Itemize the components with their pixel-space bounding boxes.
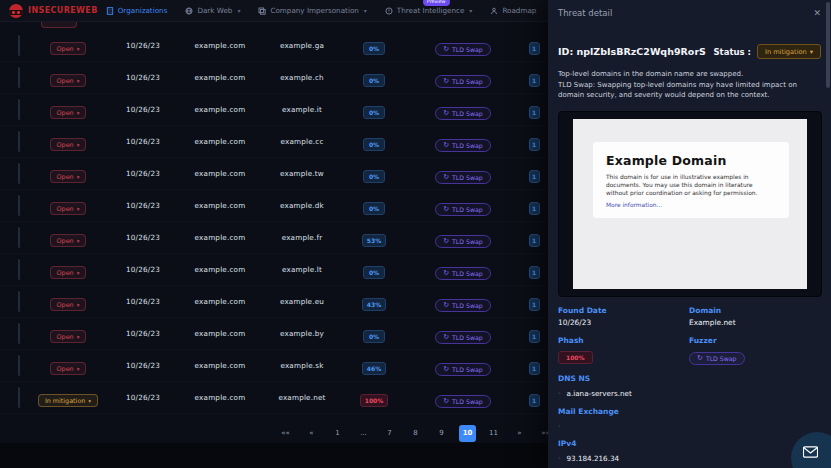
row-checkbox[interactable] [18, 227, 20, 248]
row-source-domain: example.com [178, 297, 262, 306]
page-item[interactable]: 7 [381, 425, 398, 442]
row-fuzzer-badge[interactable]: ↻ TLD Swap [435, 395, 491, 408]
row-status-button[interactable]: Open ▾ [50, 74, 87, 87]
row-source-domain: example.com [178, 137, 262, 146]
row-count-badge[interactable]: 1 [529, 42, 540, 55]
row-threat-domain: example.cc [262, 137, 342, 146]
row-checkbox[interactable] [18, 387, 20, 408]
row-source-domain: example.com [178, 393, 262, 402]
page-item[interactable]: 1 [329, 425, 346, 442]
status-dropdown[interactable]: In mitigation ▾ [757, 44, 821, 59]
row-status-button[interactable]: Open ▾ [50, 42, 87, 55]
row-checkbox[interactable] [18, 195, 20, 216]
swap-icon: ↻ [443, 174, 449, 181]
row-checkbox[interactable] [18, 355, 20, 376]
row-fuzzer-label: TLD Swap [452, 398, 483, 405]
row-count-badge[interactable]: 1 [529, 394, 540, 407]
row-checkbox[interactable] [18, 99, 20, 120]
row-status-button[interactable]: Open ▾ [50, 138, 87, 151]
page-item[interactable]: 8 [407, 425, 424, 442]
page-current[interactable]: 10 [459, 425, 476, 442]
nav-item-company-impersonation[interactable]: Company Impersonation▾ [258, 6, 366, 15]
threat-detail-panel: Threat detail ✕ ID: nplZbIsBRzC2Wqh9RorS… [548, 0, 831, 468]
ipv4-value: 93.184.216.34 [567, 454, 620, 463]
row-fuzzer-badge[interactable]: ↻ TLD Swap [435, 43, 491, 56]
row-fuzzer-badge[interactable]: ↻ TLD Swap [435, 139, 491, 152]
page-item[interactable]: 11 [485, 425, 502, 442]
row-fuzzer-badge[interactable]: ↻ TLD Swap [435, 267, 491, 280]
row-count-badge[interactable]: 1 [529, 202, 540, 215]
row-fuzzer-badge[interactable]: ↻ TLD Swap [435, 107, 491, 120]
row-fuzzer-label: TLD Swap [452, 78, 483, 85]
row-fuzzer-badge[interactable]: ↻ TLD Swap [435, 331, 491, 344]
row-count-badge[interactable]: 1 [529, 170, 540, 183]
row-found-date: 10/26/23 [108, 169, 178, 178]
nav-item-roadmap[interactable]: Roadmap [490, 6, 536, 15]
row-count-badge[interactable]: 1 [529, 74, 540, 87]
row-fuzzer-badge[interactable]: ↻ TLD Swap [435, 171, 491, 184]
row-found-date: 10/26/23 [108, 233, 178, 242]
close-icon[interactable]: ✕ [813, 9, 821, 18]
row-count-badge[interactable]: 1 [529, 106, 540, 119]
row-status-button[interactable]: Open ▾ [50, 170, 87, 183]
nav-item-organizations[interactable]: Organizations [106, 6, 168, 15]
page-item[interactable]: «« [277, 425, 294, 442]
row-similarity-badge: 53% [362, 234, 386, 247]
row-similarity-badge: 0% [363, 170, 385, 183]
page-item[interactable]: » [511, 425, 528, 442]
row-source-domain: example.com [178, 105, 262, 114]
row-found-date: 10/26/23 [108, 201, 178, 210]
row-found-date: 10/26/23 [108, 265, 178, 274]
row-status-button[interactable]: Open ▾ [50, 330, 87, 343]
row-similarity-badge: 43% [362, 298, 386, 311]
row-count-badge[interactable]: 1 [529, 138, 540, 151]
row-checkbox[interactable] [18, 35, 20, 56]
row-status-button[interactable]: Open ▾ [50, 106, 87, 119]
row-checkbox[interactable] [18, 259, 20, 280]
row-fuzzer-badge[interactable]: ↻ TLD Swap [435, 299, 491, 312]
row-status-button[interactable]: In mitigation ▾ [38, 394, 98, 407]
row-count-badge[interactable]: 1 [529, 362, 540, 375]
nav-item-dark-web[interactable]: Dark Web▾ [185, 6, 240, 15]
row-count-badge[interactable]: 1 [529, 266, 540, 279]
row-fuzzer-badge[interactable]: ↻ TLD Swap [435, 363, 491, 376]
row-status-button[interactable]: Open ▾ [50, 266, 87, 279]
preview-badge: Preview [423, 0, 450, 6]
row-checkbox[interactable] [18, 291, 20, 312]
page-item[interactable]: « [303, 425, 320, 442]
row-fuzzer-badge[interactable]: ↻ TLD Swap [435, 75, 491, 88]
row-threat-domain: example.it [262, 105, 342, 114]
page-item[interactable]: 9 [433, 425, 450, 442]
row-source-domain: example.com [178, 41, 262, 50]
row-checkbox[interactable] [18, 323, 20, 344]
row-checkbox[interactable] [18, 131, 20, 152]
row-status-button[interactable]: Open ▾ [50, 234, 87, 247]
globe-icon [185, 7, 193, 15]
fuzzer-field: Fuzzer ↻ TLD Swap [689, 336, 821, 365]
row-status-button[interactable]: Open ▾ [50, 362, 87, 375]
fuzzer-badge[interactable]: ↻ TLD Swap [689, 352, 745, 365]
row-status-button[interactable]: Open ▾ [50, 298, 87, 311]
brand[interactable]: INSECUREWEB [0, 4, 98, 18]
domain-label: Domain [689, 306, 821, 315]
panel-title: Threat detail [558, 8, 612, 18]
row-fuzzer-badge[interactable]: ↻ TLD Swap [435, 203, 491, 216]
row-fuzzer-badge[interactable]: ↻ TLD Swap [435, 235, 491, 248]
row-checkbox[interactable] [18, 163, 20, 184]
dns-ns-field: DNS NS - a.iana-servers.net [548, 374, 831, 398]
row-count-badge[interactable]: 1 [529, 330, 540, 343]
row-status-label: Open [57, 173, 74, 181]
list-dash: - [558, 454, 561, 462]
panel-scrollbar[interactable] [826, 2, 830, 88]
chevron-down-icon: ▾ [469, 7, 472, 14]
row-status-button[interactable]: Open ▾ [50, 202, 87, 215]
swap-icon: ↻ [443, 334, 449, 341]
list-dash: - [558, 389, 561, 397]
page-item[interactable]: ... [355, 425, 372, 442]
row-count-badge[interactable]: 1 [529, 298, 540, 311]
row-checkbox[interactable] [18, 67, 20, 88]
row-count-badge[interactable]: 1 [529, 234, 540, 247]
row-fuzzer-label: TLD Swap [452, 366, 483, 373]
id-status-row: ID: nplZbIsBRzC2Wqh9RorS Status : In mit… [548, 44, 831, 59]
nav-item-threat-intelligence[interactable]: PreviewThreat Intelligence▾ [385, 6, 473, 15]
